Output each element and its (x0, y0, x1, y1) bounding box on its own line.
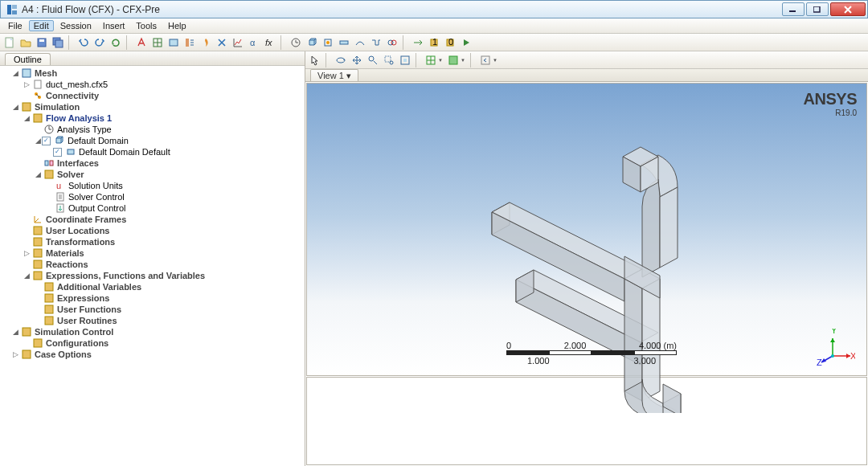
svg-rect-50 (23, 350, 31, 358)
svg-rect-41 (34, 249, 42, 257)
svg-text:Z: Z (817, 358, 822, 367)
tree-materials[interactable]: ▷Materials (0, 247, 305, 259)
save-all-icon[interactable] (51, 35, 65, 50)
tree-coord-frames[interactable]: Coordinate Frames (0, 214, 305, 225)
menu-help[interactable]: Help (163, 20, 191, 31)
scale-bar: 0 2.000 4.000 (m) 1.000 3.000 (506, 340, 677, 366)
tree-connectivity[interactable]: Connectivity (0, 90, 305, 101)
tree-transformations[interactable]: Transformations (0, 236, 305, 247)
svg-rect-34 (50, 161, 53, 166)
tool-clock-icon[interactable] (289, 35, 303, 50)
tree-expr-funcs[interactable]: ◢Expressions, Functions and Variables (0, 270, 305, 281)
tree-user-locations[interactable]: User Locations (0, 225, 305, 236)
menu-session[interactable]: Session (55, 20, 96, 31)
redo-icon[interactable] (92, 35, 107, 50)
tool-b2-icon[interactable] (337, 35, 351, 50)
tree-solver-control[interactable]: Solver Control (0, 191, 305, 202)
svg-rect-53 (385, 56, 391, 62)
svg-rect-25 (23, 69, 31, 77)
tool-alpha-icon[interactable]: α (247, 35, 261, 50)
tool-b3-icon[interactable] (353, 35, 367, 50)
tool-domain-icon[interactable] (166, 35, 181, 50)
svg-rect-0 (7, 5, 11, 14)
tool-play-icon[interactable] (459, 35, 473, 50)
tree-user-functions[interactable]: User Functions (0, 304, 305, 315)
tree-reactions[interactable]: Reactions (0, 259, 305, 270)
svg-rect-35 (45, 170, 53, 178)
refresh-icon[interactable] (108, 35, 123, 50)
tree-interfaces[interactable]: Interfaces (0, 157, 305, 169)
maximize-button[interactable] (806, 2, 829, 16)
view-tab-1[interactable]: View 1 ▾ (310, 69, 358, 81)
new-icon[interactable] (2, 35, 17, 50)
tree-mesh[interactable]: ◢Mesh (0, 67, 305, 79)
svg-rect-43 (34, 272, 42, 280)
svg-text:u: u (56, 181, 61, 190)
undo-icon[interactable] (76, 35, 91, 50)
wireframe-icon[interactable] (424, 53, 438, 67)
svg-rect-30 (34, 114, 42, 122)
tool-cube-icon[interactable] (305, 35, 319, 50)
tool-flame-icon[interactable] (199, 35, 213, 50)
fit-icon[interactable] (398, 53, 412, 67)
3d-viewport[interactable]: ANSYS R19.0 (306, 83, 867, 376)
tree-sim-control[interactable]: ◢Simulation Control (0, 326, 305, 337)
tool-bc-icon[interactable] (182, 35, 197, 50)
svg-text:X: X (850, 351, 855, 361)
tool-c2-icon[interactable]: 1 (427, 35, 441, 50)
shade-icon[interactable] (446, 53, 461, 67)
menu-tools[interactable]: Tools (131, 20, 162, 31)
window-titlebar: A4 : Fluid Flow (CFX) - CFX-Pre (0, 0, 868, 18)
zoom-icon[interactable] (366, 53, 380, 67)
tree-user-routines[interactable]: User Routines (0, 315, 305, 326)
tool-a-icon[interactable] (134, 35, 149, 50)
tree-solution-units[interactable]: uSolution Units (0, 180, 305, 191)
tree-default-domain[interactable]: ◢✓Default Domain (0, 135, 305, 146)
tool-b5-icon[interactable] (385, 35, 399, 50)
close-button[interactable] (830, 2, 866, 16)
svg-rect-40 (34, 238, 42, 246)
menu-file[interactable]: File (3, 20, 27, 31)
tree-mesh-file[interactable]: ▷duct_mesh.cfx5 (0, 79, 305, 90)
view-prev-icon[interactable] (478, 53, 493, 67)
tree-configurations[interactable]: Configurations (0, 337, 305, 349)
tool-b1-icon[interactable] (321, 35, 335, 50)
menu-insert[interactable]: Insert (98, 20, 130, 31)
svg-rect-18 (340, 41, 348, 44)
axis-triad: Y X Z (817, 329, 855, 367)
pan-icon[interactable] (350, 53, 364, 67)
tree-output-control[interactable]: Output Control (0, 202, 305, 214)
tree-flow-analysis[interactable]: ◢Flow Analysis 1 (0, 112, 305, 124)
tree-add-vars[interactable]: Additional Variables (0, 281, 305, 292)
tool-fx-icon[interactable]: fx (263, 35, 277, 50)
tool-chart-icon[interactable] (231, 35, 245, 50)
tool-x-icon[interactable] (215, 35, 229, 50)
zoombox-icon[interactable] (382, 53, 396, 67)
checkbox-icon[interactable]: ✓ (42, 137, 51, 145)
svg-point-54 (390, 61, 393, 64)
tool-c3-icon[interactable]: 0 (443, 35, 457, 50)
tree-simulation[interactable]: ◢Simulation (0, 101, 305, 112)
svg-rect-44 (45, 283, 53, 291)
tree-case-options[interactable]: ▷Case Options (0, 349, 305, 360)
select-icon[interactable] (308, 53, 322, 67)
tool-c1-icon[interactable] (411, 35, 425, 50)
outline-tab[interactable]: Outline (5, 53, 51, 65)
save-icon[interactable] (35, 35, 49, 50)
tool-b4-icon[interactable] (369, 35, 383, 50)
minimize-button[interactable] (782, 2, 805, 16)
svg-rect-1 (12, 5, 17, 9)
view-toolbar: ▼ ▼ ▼ (305, 51, 868, 69)
rotate-icon[interactable] (334, 53, 348, 67)
tree-expressions[interactable]: Expressions (0, 292, 305, 304)
checkbox-icon[interactable]: ✓ (53, 148, 62, 157)
outline-tree[interactable]: ◢Mesh ▷duct_mesh.cfx5 Connectivity ◢Simu… (0, 66, 305, 466)
svg-rect-46 (45, 305, 53, 313)
tree-solver[interactable]: ◢Solver (0, 169, 305, 180)
tree-default-domain-default[interactable]: ✓Default Domain Default (0, 146, 305, 157)
svg-rect-4 (813, 6, 820, 12)
menu-edit[interactable]: Edit (29, 20, 54, 31)
tool-mesh-icon[interactable] (150, 35, 165, 50)
open-icon[interactable] (18, 35, 33, 50)
tree-analysis-type[interactable]: Analysis Type (0, 124, 305, 135)
